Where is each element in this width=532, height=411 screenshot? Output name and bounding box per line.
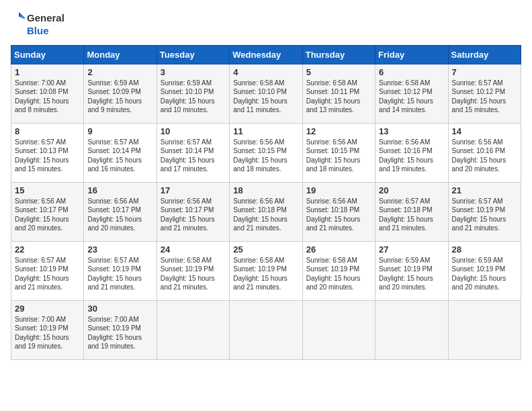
calendar-cell: 10Sunrise: 6:57 AMSunset: 10:14 PMDaylig… — [157, 123, 229, 182]
day-number: 27 — [379, 244, 444, 255]
day-info: Sunrise: 7:00 AMSunset: 10:19 PMDaylight… — [15, 315, 80, 351]
weekday-header-sunday: Sunday — [11, 45, 84, 64]
calendar-cell: 7Sunrise: 6:57 AMSunset: 10:12 PMDayligh… — [448, 64, 521, 123]
day-number: 20 — [379, 185, 444, 195]
day-info: Sunrise: 6:57 AMSunset: 10:19 PMDaylight… — [15, 256, 80, 292]
day-number: 24 — [161, 244, 226, 255]
day-info: Sunrise: 6:56 AMSunset: 10:18 PMDaylight… — [233, 197, 298, 233]
day-number: 17 — [161, 185, 226, 195]
day-number: 19 — [306, 185, 371, 195]
calendar-cell: 27Sunrise: 6:59 AMSunset: 10:19 PMDaylig… — [375, 241, 448, 300]
day-info: Sunrise: 6:56 AMSunset: 10:15 PMDaylight… — [233, 138, 298, 174]
calendar-cell: 4Sunrise: 6:58 AMSunset: 10:10 PMDayligh… — [230, 64, 302, 123]
calendar-cell: 9Sunrise: 6:57 AMSunset: 10:14 PMDayligh… — [84, 123, 157, 182]
calendar-cell: 24Sunrise: 6:58 AMSunset: 10:19 PMDaylig… — [157, 241, 229, 300]
day-number: 2 — [87, 67, 152, 77]
day-info: Sunrise: 6:56 AMSunset: 10:18 PMDaylight… — [306, 197, 371, 233]
weekday-header-wednesday: Wednesday — [230, 45, 302, 64]
logo: General Blue — [11, 11, 64, 37]
day-number: 7 — [452, 67, 517, 77]
day-info: Sunrise: 7:00 AMSunset: 10:08 PMDaylight… — [15, 79, 80, 115]
logo-bird-icon — [11, 11, 26, 26]
calendar-cell: 8Sunrise: 6:57 AMSunset: 10:13 PMDayligh… — [11, 123, 84, 182]
page-header: General Blue — [11, 11, 521, 37]
calendar-cell: 11Sunrise: 6:56 AMSunset: 10:15 PMDaylig… — [230, 123, 302, 182]
day-number: 26 — [306, 244, 371, 255]
day-number: 16 — [87, 185, 152, 195]
day-info: Sunrise: 6:58 AMSunset: 10:19 PMDaylight… — [161, 256, 226, 292]
day-number: 15 — [15, 185, 80, 195]
calendar-cell — [302, 300, 375, 359]
calendar-cell — [230, 300, 302, 359]
day-info: Sunrise: 6:58 AMSunset: 10:12 PMDaylight… — [379, 79, 444, 115]
day-number: 28 — [452, 244, 517, 255]
calendar-cell: 19Sunrise: 6:56 AMSunset: 10:18 PMDaylig… — [302, 182, 375, 241]
day-info: Sunrise: 6:59 AMSunset: 10:19 PMDaylight… — [452, 256, 517, 292]
weekday-header-tuesday: Tuesday — [157, 45, 229, 64]
calendar-cell: 30Sunrise: 7:00 AMSunset: 10:19 PMDaylig… — [84, 300, 157, 359]
calendar-cell: 6Sunrise: 6:58 AMSunset: 10:12 PMDayligh… — [375, 64, 448, 123]
day-info: Sunrise: 7:00 AMSunset: 10:19 PMDaylight… — [87, 315, 152, 351]
day-info: Sunrise: 6:56 AMSunset: 10:17 PMDaylight… — [161, 197, 226, 233]
weekday-header-monday: Monday — [84, 45, 157, 64]
day-info: Sunrise: 6:57 AMSunset: 10:19 PMDaylight… — [452, 197, 517, 233]
day-info: Sunrise: 6:58 AMSunset: 10:19 PMDaylight… — [233, 256, 298, 292]
calendar-cell — [375, 300, 448, 359]
calendar-cell: 22Sunrise: 6:57 AMSunset: 10:19 PMDaylig… — [11, 241, 84, 300]
day-number: 3 — [161, 67, 226, 77]
day-info: Sunrise: 6:58 AMSunset: 10:11 PMDaylight… — [306, 79, 371, 115]
logo-container: General Blue — [11, 11, 64, 37]
calendar-cell: 26Sunrise: 6:58 AMSunset: 10:19 PMDaylig… — [302, 241, 375, 300]
day-info: Sunrise: 6:59 AMSunset: 10:09 PMDaylight… — [87, 79, 152, 115]
day-number: 12 — [306, 126, 371, 136]
logo-text-blue: Blue — [27, 26, 64, 37]
calendar-cell: 15Sunrise: 6:56 AMSunset: 10:17 PMDaylig… — [11, 182, 84, 241]
day-number: 25 — [233, 244, 298, 255]
calendar-cell: 17Sunrise: 6:56 AMSunset: 10:17 PMDaylig… — [157, 182, 229, 241]
calendar-cell: 29Sunrise: 7:00 AMSunset: 10:19 PMDaylig… — [11, 300, 84, 359]
day-number: 29 — [15, 304, 80, 314]
day-info: Sunrise: 6:56 AMSunset: 10:17 PMDaylight… — [87, 197, 152, 233]
day-number: 5 — [306, 67, 371, 77]
day-number: 4 — [233, 67, 298, 77]
calendar-cell: 5Sunrise: 6:58 AMSunset: 10:11 PMDayligh… — [302, 64, 375, 123]
day-number: 14 — [452, 126, 517, 136]
calendar-cell: 13Sunrise: 6:56 AMSunset: 10:16 PMDaylig… — [375, 123, 448, 182]
calendar-cell: 25Sunrise: 6:58 AMSunset: 10:19 PMDaylig… — [230, 241, 302, 300]
day-number: 1 — [15, 67, 80, 77]
day-info: Sunrise: 6:56 AMSunset: 10:16 PMDaylight… — [452, 138, 517, 174]
day-number: 11 — [233, 126, 298, 136]
day-number: 21 — [452, 185, 517, 195]
calendar-cell: 1Sunrise: 7:00 AMSunset: 10:08 PMDayligh… — [11, 64, 84, 123]
day-number: 30 — [87, 304, 152, 314]
logo-text-general: General — [27, 13, 64, 24]
day-number: 9 — [87, 126, 152, 136]
day-info: Sunrise: 6:57 AMSunset: 10:19 PMDaylight… — [87, 256, 152, 292]
svg-marker-1 — [21, 14, 26, 19]
day-number: 13 — [379, 126, 444, 136]
day-number: 6 — [379, 67, 444, 77]
day-info: Sunrise: 6:57 AMSunset: 10:12 PMDaylight… — [452, 79, 517, 115]
day-info: Sunrise: 6:59 AMSunset: 10:10 PMDaylight… — [161, 79, 226, 115]
calendar-cell: 12Sunrise: 6:56 AMSunset: 10:15 PMDaylig… — [302, 123, 375, 182]
day-info: Sunrise: 6:57 AMSunset: 10:14 PMDaylight… — [161, 138, 226, 174]
calendar-cell: 3Sunrise: 6:59 AMSunset: 10:10 PMDayligh… — [157, 64, 229, 123]
day-info: Sunrise: 6:57 AMSunset: 10:18 PMDaylight… — [379, 197, 444, 233]
day-info: Sunrise: 6:56 AMSunset: 10:16 PMDaylight… — [379, 138, 444, 174]
calendar-body: 1Sunrise: 7:00 AMSunset: 10:08 PMDayligh… — [11, 64, 521, 359]
calendar-cell: 16Sunrise: 6:56 AMSunset: 10:17 PMDaylig… — [84, 182, 157, 241]
day-info: Sunrise: 6:56 AMSunset: 10:17 PMDaylight… — [15, 197, 80, 233]
day-info: Sunrise: 6:59 AMSunset: 10:19 PMDaylight… — [379, 256, 444, 292]
day-info: Sunrise: 6:57 AMSunset: 10:13 PMDaylight… — [15, 138, 80, 174]
calendar-cell: 21Sunrise: 6:57 AMSunset: 10:19 PMDaylig… — [448, 182, 521, 241]
day-info: Sunrise: 6:58 AMSunset: 10:10 PMDaylight… — [233, 79, 298, 115]
weekday-header-friday: Friday — [375, 45, 448, 64]
calendar-cell: 23Sunrise: 6:57 AMSunset: 10:19 PMDaylig… — [84, 241, 157, 300]
day-info: Sunrise: 6:56 AMSunset: 10:15 PMDaylight… — [306, 138, 371, 174]
day-number: 22 — [15, 244, 80, 255]
day-number: 18 — [233, 185, 298, 195]
day-info: Sunrise: 6:58 AMSunset: 10:19 PMDaylight… — [306, 256, 371, 292]
weekday-header-thursday: Thursday — [302, 45, 375, 64]
day-info: Sunrise: 6:57 AMSunset: 10:14 PMDaylight… — [87, 138, 152, 174]
weekday-header-saturday: Saturday — [448, 45, 521, 64]
